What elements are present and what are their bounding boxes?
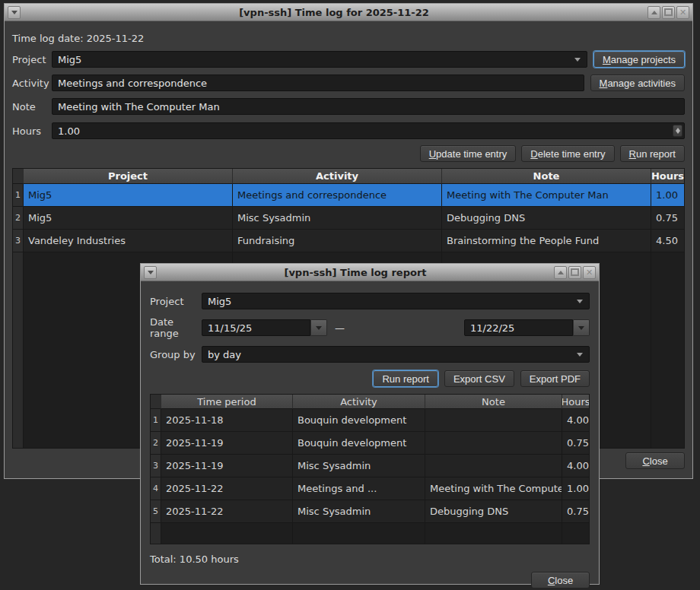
table-row-cell[interactable]: 1.00 [562,477,589,500]
table-row-cell[interactable]: Bouquin development [293,409,425,432]
hours-spin-buttons[interactable] [673,125,682,137]
dialog-run-report-button[interactable]: Run report [373,370,438,387]
group-by-label: Group by [150,349,202,360]
run-report-button[interactable]: Run report [620,145,685,162]
table-row-cell[interactable]: 4.00 [562,455,589,477]
group-by-value: by day [208,349,241,360]
titlebar[interactable]: [vpn-ssh] Time log for 2025-11-22 ✕ [5,4,692,21]
table-row-cell[interactable]: Mig5 [24,207,233,230]
shade-button[interactable] [648,6,660,19]
table-row-cell[interactable] [425,432,562,455]
column-header-activity[interactable]: Activity [233,169,442,184]
note-input[interactable]: Meeting with The Computer Man [52,98,685,115]
table-row-cell[interactable]: 0.75 [562,500,589,523]
column-header-note[interactable]: Note [442,169,651,184]
hours-label: Hours [12,125,52,137]
table-row-cell[interactable]: Mig5 [24,184,233,207]
table-row-cell[interactable] [425,409,562,432]
shade-button[interactable] [554,266,567,279]
hours-row: Hours 1.00 [12,122,685,139]
date-from-value-field[interactable]: 11/15/25 [202,319,310,336]
date-range-separator: — [335,322,345,334]
maximize-icon [571,268,579,276]
column-header-hours[interactable]: Hours [651,169,684,184]
table-row-cell[interactable]: 0.75 [651,207,684,230]
maximize-button[interactable] [568,266,581,279]
row-number[interactable]: 2 [13,207,24,230]
hours-spinbox[interactable]: 1.00 [52,122,685,139]
table-filler [425,523,562,544]
note-value: Meeting with The Computer Man [58,101,220,113]
row-number[interactable]: 3 [151,455,161,477]
table-row-cell[interactable]: Bouquin development [293,432,425,455]
window-title: [vpn-ssh] Time log for 2025-11-22 [21,7,647,18]
table-row-cell[interactable]: 1.00 [651,184,684,207]
export-csv-button[interactable]: Export CSV [444,370,514,387]
row-number[interactable]: 5 [151,500,161,523]
group-by-row: Group by by day [150,346,590,363]
table-row-cell[interactable] [425,455,562,477]
table-row-cell[interactable]: Vandeley Industries [24,230,233,252]
table-row-cell[interactable]: Meetings and correspondence [233,184,442,207]
action-buttons: Update time entry Delete time entry Run … [12,145,685,162]
dialog-close-button[interactable]: Close [531,572,590,588]
table-row-cell[interactable]: Meeting with The Computer Man [442,184,651,207]
row-number[interactable]: 3 [13,230,24,252]
window-close-button[interactable]: ✕ [583,266,596,279]
table-row-cell[interactable]: Misc Sysadmin [233,207,442,230]
table-row-cell[interactable]: 4.50 [651,230,684,252]
column-header-activity[interactable]: Activity [293,395,425,409]
column-header-hours[interactable]: Hours [562,395,589,409]
date-from-combobox[interactable]: 11/15/25 [202,319,327,336]
table-row-cell[interactable]: Debugging DNS [425,500,562,523]
table-filler [651,252,684,448]
table-row-cell[interactable]: Meetings and ... [293,477,425,500]
table-row-cell[interactable]: 2025-11-22 [161,477,293,500]
export-pdf-button[interactable]: Export PDF [520,370,590,387]
window-menu-button[interactable] [144,266,157,279]
table-row-cell[interactable]: 2025-11-19 [161,455,293,477]
report-project-combobox[interactable]: Mig5 [202,293,590,309]
dialog-titlebar[interactable]: [vpn-ssh] Time log report ✕ [141,264,599,281]
report-project-value: Mig5 [208,296,231,307]
activity-input[interactable]: Meetings and correspondence [52,75,584,91]
activity-row: Activity Meetings and correspondence Man… [12,75,685,91]
table-row-cell[interactable]: 2025-11-19 [161,432,293,455]
close-button[interactable]: Close [625,452,685,469]
row-number[interactable]: 1 [13,184,24,207]
column-header-time-period[interactable]: Time period [161,395,293,409]
table-row-cell[interactable]: Meeting with The Computer... [425,477,562,500]
table-row-cell[interactable]: 2025-11-22 [161,500,293,523]
table-row-cell[interactable]: 2025-11-18 [161,409,293,432]
column-header-note[interactable]: Note [425,395,562,409]
table-row-cell[interactable]: Brainstorming the People Fund [442,230,651,252]
date-to-combobox[interactable]: 11/22/25 [464,319,590,336]
table-row-cell[interactable]: Fundraising [233,230,442,252]
table-row-cell[interactable]: Misc Sysadmin [293,500,425,523]
table-row-cell[interactable]: Misc Sysadmin [293,455,425,477]
window-close-button[interactable]: ✕ [676,6,689,19]
report-project-row: Project Mig5 [150,293,590,309]
table-row-cell[interactable]: 4.00 [562,409,589,432]
delete-time-entry-button[interactable]: Delete time entry [521,145,614,162]
row-number[interactable]: 4 [151,477,161,500]
row-number[interactable]: 1 [151,409,161,432]
table-row-cell[interactable]: Debugging DNS [442,207,651,230]
date-to-value-field[interactable]: 11/22/25 [464,319,573,336]
project-value: Mig5 [58,54,81,65]
table-row-cell[interactable]: 0.75 [562,432,589,455]
group-by-combobox[interactable]: by day [202,346,590,363]
maximize-button[interactable] [662,6,675,19]
date-to-dropdown-button[interactable] [573,319,590,336]
date-range-row: Date range 11/15/25 — 11/22/25 [150,316,590,339]
column-header-project[interactable]: Project [24,169,233,184]
update-time-entry-button[interactable]: Update time entry [420,145,517,162]
date-from-dropdown-button[interactable] [310,319,327,336]
row-number[interactable]: 2 [151,432,161,455]
table-filler [161,523,293,544]
project-combobox[interactable]: Mig5 [52,51,587,68]
window-menu-icon [148,271,154,274]
manage-projects-button[interactable]: Manage projects [593,51,685,68]
manage-activities-button[interactable]: Manage activities [590,75,685,91]
window-menu-button[interactable] [8,6,21,19]
